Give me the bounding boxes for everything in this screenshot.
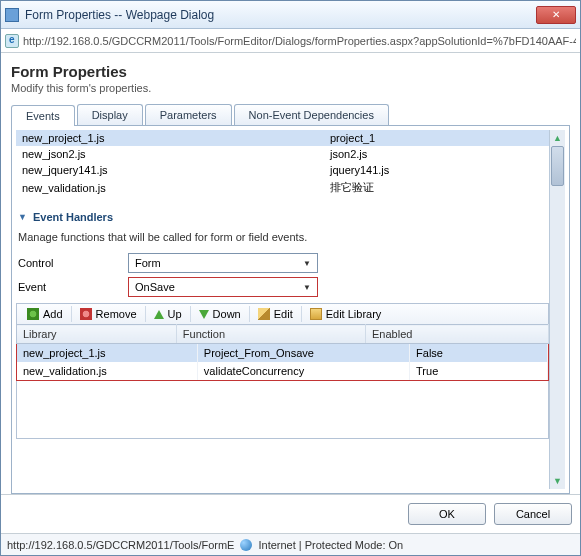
status-path: http://192.168.0.5/GDCCRM2011/Tools/Form… xyxy=(7,539,234,551)
tab-events[interactable]: Events xyxy=(11,105,75,126)
control-label: Control xyxy=(18,257,128,269)
tab-nonevent[interactable]: Non-Event Dependencies xyxy=(234,104,389,125)
scroll-down-icon[interactable]: ▼ xyxy=(550,473,565,489)
ok-button[interactable]: OK xyxy=(408,503,486,525)
section-header[interactable]: ▼ Event Handlers xyxy=(18,211,549,223)
library-row: new_project_1.jsproject_1 xyxy=(16,130,549,146)
tab-panel: new_project_1.jsproject_1 new_json2.jsjs… xyxy=(11,126,570,494)
library-row: new_json2.jsjson2.js xyxy=(16,146,549,162)
grid-empty-area xyxy=(16,381,549,439)
down-button[interactable]: Down xyxy=(191,306,250,322)
library-table[interactable]: new_project_1.jsproject_1 new_json2.jsjs… xyxy=(16,130,549,197)
content-area: Form Properties Modify this form's prope… xyxy=(1,53,580,494)
status-bar: http://192.168.0.5/GDCCRM2011/Tools/Form… xyxy=(1,533,580,555)
section-desc: Manage functions that will be called for… xyxy=(18,231,547,243)
library-row: new_validation.js排它验证 xyxy=(16,178,549,197)
up-icon xyxy=(154,310,164,319)
edit-icon xyxy=(258,308,270,320)
address-bar: http://192.168.0.5/GDCCRM2011/Tools/Form… xyxy=(1,29,580,53)
titlebar[interactable]: Form Properties -- Webpage Dialog ✕ xyxy=(1,1,580,29)
control-select[interactable]: Form▼ xyxy=(128,253,318,273)
globe-icon xyxy=(240,539,252,551)
edit-button[interactable]: Edit xyxy=(250,306,302,322)
grid-row[interactable]: new_validation.jsvalidateConcurrencyTrue xyxy=(17,362,548,380)
add-button[interactable]: Add xyxy=(19,306,72,322)
remove-button[interactable]: Remove xyxy=(72,306,146,322)
url-text[interactable]: http://192.168.0.5/GDCCRM2011/Tools/Form… xyxy=(23,35,576,47)
tab-parameters[interactable]: Parameters xyxy=(145,104,232,125)
chevron-down-icon: ▼ xyxy=(303,283,311,292)
down-icon xyxy=(199,310,209,319)
chevron-down-icon: ▼ xyxy=(303,259,311,268)
tab-display[interactable]: Display xyxy=(77,104,143,125)
edit-library-button[interactable]: Edit Library xyxy=(302,306,390,322)
dialog-footer: OK Cancel xyxy=(1,494,580,533)
window-title: Form Properties -- Webpage Dialog xyxy=(25,8,536,22)
library-icon xyxy=(310,308,322,320)
grid-row[interactable]: new_project_1.jsProject_From_OnsaveFalse xyxy=(17,344,548,362)
dialog-window: Form Properties -- Webpage Dialog ✕ http… xyxy=(0,0,581,556)
page-subtitle: Modify this form's properties. xyxy=(11,82,570,94)
ie-icon xyxy=(5,34,19,48)
chevron-down-icon: ▼ xyxy=(18,212,27,222)
handler-grid[interactable]: LibraryFunctionEnabled xyxy=(16,324,549,344)
section-title: Event Handlers xyxy=(33,211,113,223)
cancel-button[interactable]: Cancel xyxy=(494,503,572,525)
app-icon xyxy=(5,8,19,22)
grid-header: LibraryFunctionEnabled xyxy=(17,325,549,344)
up-button[interactable]: Up xyxy=(146,306,191,322)
scroll-thumb[interactable] xyxy=(551,146,564,186)
scroll-up-icon[interactable]: ▲ xyxy=(550,130,565,146)
page-title: Form Properties xyxy=(11,63,570,80)
add-icon xyxy=(27,308,39,320)
handler-toolbar: Add Remove Up Down Edit Edit Library xyxy=(16,303,549,324)
remove-icon xyxy=(80,308,92,320)
tab-row: Events Display Parameters Non-Event Depe… xyxy=(11,104,570,126)
scrollbar[interactable]: ▲ ▼ xyxy=(549,130,565,489)
status-zone: Internet | Protected Mode: On xyxy=(258,539,403,551)
event-select[interactable]: OnSave▼ xyxy=(128,277,318,297)
library-row: new_jquery141.jsjquery141.js xyxy=(16,162,549,178)
event-label: Event xyxy=(18,281,128,293)
close-button[interactable]: ✕ xyxy=(536,6,576,24)
